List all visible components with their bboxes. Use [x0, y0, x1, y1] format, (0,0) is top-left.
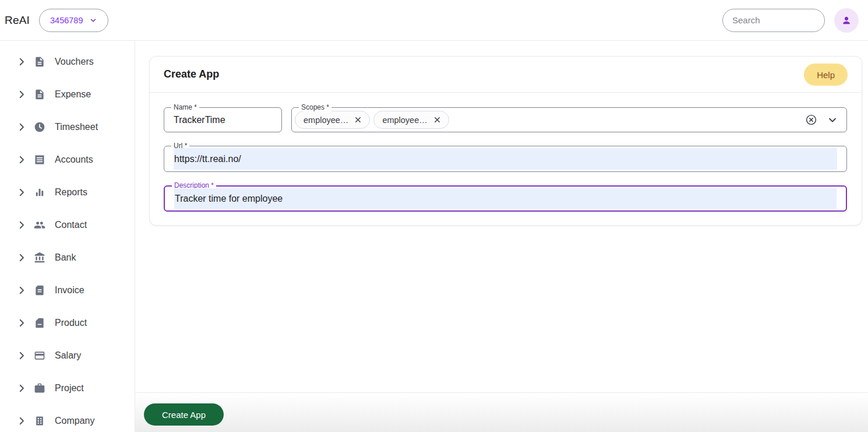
sidebar-item-label: Vouchers — [55, 57, 94, 67]
sidebar-item-label: Bank — [55, 252, 76, 263]
sidebar-item-label: Invoice — [55, 285, 84, 296]
sidebar-item-label: Reports — [55, 187, 87, 198]
sidebar-item-label: Contact — [55, 220, 87, 230]
scope-chip-label: employee… — [304, 115, 348, 125]
chevron-right-icon — [16, 154, 27, 165]
scope-chip-label: employee… — [382, 115, 427, 125]
document-icon — [34, 89, 45, 100]
product-icon — [34, 317, 45, 329]
credit-card-icon — [34, 350, 45, 361]
clock-icon — [34, 121, 45, 133]
sidebar-item-reports[interactable]: Reports — [0, 176, 135, 209]
create-app-button[interactable]: Create App — [144, 403, 224, 426]
bar-chart-icon — [34, 187, 45, 198]
chevron-right-icon — [16, 187, 27, 198]
sidebar-item-project[interactable]: Project — [0, 372, 135, 405]
form-footer: Create App — [135, 392, 868, 432]
sidebar-item-accounts[interactable]: Accounts — [0, 143, 135, 176]
sidebar-item-label: Product — [55, 318, 87, 328]
building-icon — [34, 415, 45, 427]
search-input[interactable] — [723, 15, 824, 25]
org-number: 3456789 — [50, 16, 83, 25]
chevron-right-icon — [16, 285, 27, 296]
name-field: Name * — [164, 107, 282, 132]
document-icon — [34, 56, 45, 68]
sidebar-item-expense[interactable]: Expense — [0, 78, 135, 111]
description-input[interactable] — [165, 187, 846, 210]
sidebar-item-label: Timesheet — [55, 122, 98, 132]
bank-icon — [34, 252, 45, 264]
scopes-field[interactable]: Scopes * employee… employee… — [291, 107, 847, 132]
briefcase-icon — [34, 382, 45, 394]
sidebar-item-bank[interactable]: Bank — [0, 241, 135, 274]
sidebar-item-contact[interactable]: Contact — [0, 209, 135, 241]
sidebar-item-salary[interactable]: Salary — [0, 339, 135, 372]
sidebar-item-label: Company — [55, 416, 94, 426]
scope-chip[interactable]: employee… — [295, 111, 370, 129]
sidebar-item-label: Expense — [55, 89, 91, 100]
org-selector[interactable]: 3456789 — [39, 9, 108, 32]
search-box — [722, 9, 825, 32]
chevron-right-icon — [16, 383, 27, 394]
invoice-icon — [34, 285, 45, 296]
person-icon — [840, 14, 853, 27]
page-title: Create App — [164, 68, 219, 80]
sidebar-item-company[interactable]: Company — [0, 405, 135, 432]
create-app-card: Create App Help Name * Scopes * — [149, 56, 862, 226]
sidebar-item-label: Salary — [55, 350, 81, 361]
name-input[interactable] — [164, 108, 281, 132]
chevron-right-icon — [16, 318, 27, 328]
sidebar: Vouchers Expense Timesheet Accounts Repo… — [0, 41, 135, 432]
brand-logo: ReAI — [5, 14, 30, 27]
url-field: Url * — [164, 146, 847, 172]
user-avatar-button[interactable] — [834, 8, 859, 33]
chevron-right-icon — [16, 57, 27, 67]
chevron-down-icon — [89, 16, 97, 24]
sidebar-item-vouchers[interactable]: Vouchers — [0, 45, 135, 78]
clear-all-scopes-button[interactable] — [805, 114, 817, 126]
remove-scope-icon[interactable] — [433, 115, 442, 124]
receipt-icon — [34, 154, 45, 166]
chevron-right-icon — [16, 416, 27, 426]
scopes-chip-list: employee… employee… — [295, 111, 805, 129]
scopes-field-label: Scopes * — [299, 103, 331, 111]
remove-scope-icon[interactable] — [354, 115, 362, 124]
main-content: Create App Help Name * Scopes * — [135, 41, 868, 432]
sidebar-item-product[interactable]: Product — [0, 307, 135, 339]
sidebar-item-label: Accounts — [55, 154, 93, 165]
sidebar-item-invoice[interactable]: Invoice — [0, 274, 135, 307]
top-bar: ReAI 3456789 — [0, 0, 868, 41]
people-icon — [34, 219, 45, 231]
help-button[interactable]: Help — [804, 64, 848, 86]
sidebar-item-timesheet[interactable]: Timesheet — [0, 111, 135, 143]
create-app-form: Name * Scopes * employee… employee — [150, 93, 862, 225]
chevron-right-icon — [16, 350, 27, 361]
description-field: Description * — [164, 185, 847, 212]
chevron-right-icon — [16, 252, 27, 263]
chevron-right-icon — [16, 220, 27, 230]
url-input[interactable] — [164, 146, 846, 171]
sidebar-item-label: Project — [55, 383, 84, 394]
chevron-right-icon — [16, 89, 27, 100]
card-header: Create App Help — [150, 57, 862, 93]
scope-chip[interactable]: employee… — [373, 111, 449, 129]
scopes-dropdown-icon[interactable] — [827, 114, 838, 126]
chevron-right-icon — [16, 122, 27, 132]
